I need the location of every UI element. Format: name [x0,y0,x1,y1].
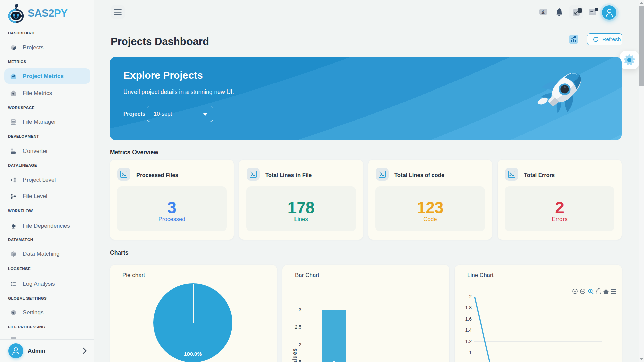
svg-text:文: 文 [541,9,546,15]
